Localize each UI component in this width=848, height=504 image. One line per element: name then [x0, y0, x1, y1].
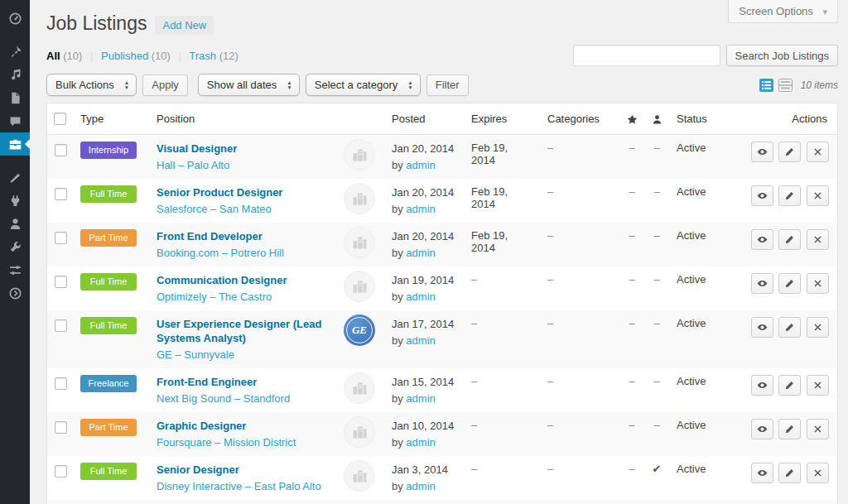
company-location-link[interactable]: Optimizely – The Castro [157, 290, 330, 304]
job-title-link[interactable]: Visual Designer [157, 142, 330, 156]
sidebar-item-tools[interactable] [0, 235, 30, 258]
category-select[interactable]: Select a category [306, 74, 421, 96]
job-title-link[interactable]: Front End Developer [157, 229, 330, 243]
job-title-link[interactable]: Graphic Designer [157, 419, 330, 433]
eye-icon [757, 380, 768, 391]
job-title-link[interactable]: Front-End Engineer [157, 375, 330, 389]
delete-action-button[interactable] [807, 317, 829, 338]
categories-value: – [541, 223, 620, 266]
search-button[interactable]: Search Job Listings [726, 45, 838, 66]
author-link[interactable]: admin [406, 247, 435, 259]
expires-date: – [465, 500, 541, 504]
featured-value: – [620, 266, 643, 310]
company-location-link[interactable]: Salesforce – San Mateo [157, 202, 330, 216]
author-link[interactable]: admin [406, 392, 435, 405]
search-input[interactable] [573, 45, 720, 66]
row-checkbox[interactable] [55, 421, 67, 434]
job-title-link[interactable]: Senior Product Designer [157, 185, 330, 199]
row-checkbox[interactable] [55, 377, 67, 390]
row-checkbox[interactable] [55, 319, 67, 332]
view-published-link[interactable]: Published [101, 50, 148, 62]
sidebar-item-dashboard[interactable] [0, 7, 30, 30]
eye-icon [757, 146, 768, 157]
company-location-link[interactable]: Next Big Sound – Standford [157, 391, 330, 406]
view-all-link[interactable]: All [46, 50, 60, 62]
featured-value: – [620, 368, 643, 412]
company-location-link[interactable]: Disney Interactive – East Palo Alto [157, 479, 330, 493]
delete-action-button[interactable] [807, 419, 829, 439]
view-action-button[interactable] [751, 142, 773, 162]
delete-action-button[interactable] [807, 142, 829, 162]
sidebar-item-comments[interactable] [0, 109, 30, 132]
row-checkbox[interactable] [55, 232, 67, 244]
job-type-badge[interactable]: Full Time [80, 317, 137, 334]
sidebar-item-users[interactable] [0, 212, 30, 235]
delete-action-button[interactable] [807, 463, 829, 483]
edit-action-button[interactable] [778, 419, 801, 439]
job-type-badge[interactable]: Freelance [80, 375, 137, 392]
author-link[interactable]: admin [406, 334, 435, 347]
bulk-actions-select[interactable]: Bulk Actions [46, 74, 137, 96]
job-title-link[interactable]: User Experience Designer (Lead Systems A… [157, 317, 330, 345]
status-value: Active [670, 135, 736, 180]
apply-button[interactable]: Apply [142, 74, 188, 96]
job-title-link[interactable]: Senior Designer [157, 463, 330, 477]
dates-select[interactable]: Show all dates [198, 74, 300, 96]
job-type-badge[interactable]: Part Time [80, 229, 137, 247]
delete-action-button[interactable] [807, 229, 829, 250]
company-location-link[interactable]: Hall – Palo Alto [157, 158, 330, 172]
select-all-checkbox[interactable] [54, 113, 66, 125]
view-action-button[interactable] [751, 419, 773, 439]
add-new-button[interactable]: Add New [155, 16, 214, 35]
row-checkbox[interactable] [55, 276, 67, 288]
sidebar-item-posts[interactable] [0, 40, 30, 63]
company-location-link[interactable]: Booking.com – Potrero Hill [157, 246, 330, 260]
job-type-badge[interactable]: Full Time [80, 185, 137, 203]
edit-action-button[interactable] [778, 273, 801, 294]
edit-action-button[interactable] [778, 142, 801, 162]
row-checkbox[interactable] [55, 144, 67, 156]
delete-action-button[interactable] [807, 273, 829, 294]
sidebar-item-job-listings[interactable] [0, 132, 30, 156]
view-action-button[interactable] [751, 463, 773, 483]
author-link[interactable]: admin [406, 159, 435, 171]
sidebar-item-settings[interactable] [0, 258, 30, 281]
edit-action-button[interactable] [778, 317, 801, 338]
view-action-button[interactable] [751, 273, 773, 294]
author-link[interactable]: admin [406, 290, 435, 303]
edit-action-button[interactable] [778, 229, 801, 250]
filter-button[interactable]: Filter [426, 74, 469, 96]
column-header-status: Status [670, 103, 736, 135]
edit-action-button[interactable] [778, 185, 801, 206]
company-location-link[interactable]: GE – Sunnyvale [157, 348, 330, 362]
job-type-badge[interactable]: Internship [80, 142, 137, 159]
job-type-badge[interactable]: Full Time [80, 273, 137, 290]
job-type-badge[interactable]: Part Time [80, 419, 137, 436]
sidebar-item-pages[interactable] [0, 86, 30, 109]
edit-action-button[interactable] [778, 375, 801, 396]
edit-action-button[interactable] [778, 463, 801, 483]
excerpt-view-toggle[interactable] [778, 79, 793, 92]
author-link[interactable]: admin [406, 436, 435, 449]
view-action-button[interactable] [751, 317, 773, 338]
company-location-link[interactable]: Foursquare – Mission District [157, 435, 330, 449]
view-action-button[interactable] [751, 185, 773, 206]
view-trash-link[interactable]: Trash [189, 50, 216, 62]
delete-action-button[interactable] [807, 185, 829, 206]
author-link[interactable]: admin [406, 203, 435, 215]
screen-options-tab[interactable]: Screen Options [728, 0, 838, 23]
list-view-toggle[interactable] [759, 79, 773, 92]
job-title-link[interactable]: Communication Designer [157, 273, 330, 287]
row-checkbox[interactable] [55, 465, 67, 478]
row-checkbox[interactable] [55, 188, 67, 200]
delete-action-button[interactable] [807, 375, 829, 396]
sidebar-item-plugins[interactable] [0, 189, 30, 212]
sidebar-item-media[interactable] [0, 63, 30, 86]
view-action-button[interactable] [751, 375, 773, 396]
job-type-badge[interactable]: Full Time [80, 463, 137, 480]
sidebar-item-appearance[interactable] [0, 166, 30, 189]
sidebar-item-collapse-menu[interactable] [0, 281, 30, 305]
pencil-icon [784, 322, 795, 333]
author-link[interactable]: admin [406, 480, 435, 492]
view-action-button[interactable] [751, 229, 773, 250]
